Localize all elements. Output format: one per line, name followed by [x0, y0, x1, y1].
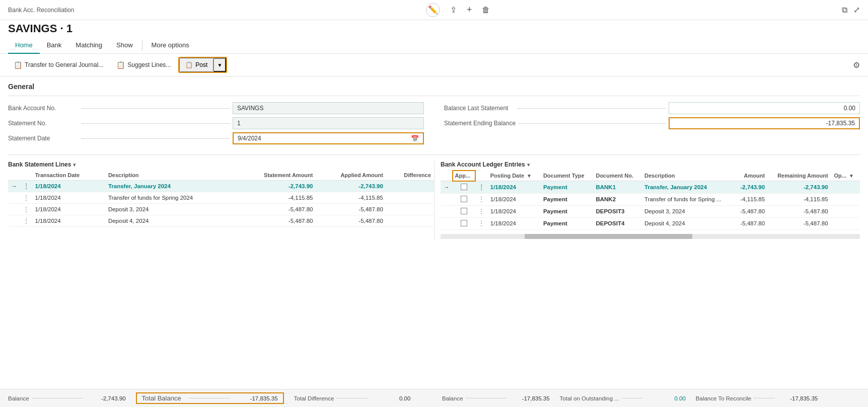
col-posting-date-header[interactable]: Posting Date ▼ [487, 171, 540, 181]
col-desc-le-header[interactable]: Description [641, 171, 734, 181]
col-doc-no-header[interactable]: Document No. [593, 171, 641, 181]
col-statement-amount-header[interactable]: Statement Amount [236, 170, 316, 181]
row-dot-menu[interactable]: ⋮ [20, 192, 32, 204]
tab-home[interactable]: Home [8, 37, 40, 54]
row-dot-menu-le[interactable]: ⋮ [475, 217, 487, 229]
bank-ledger-entries-header: Bank Account Ledger Entries ▾ [441, 161, 860, 168]
delete-icon[interactable]: 🗑 [482, 6, 490, 15]
table-row[interactable]: → ⋮ 1/18/2024 Payment BANK1 Transfer, Ja… [441, 181, 860, 194]
row-checkbox[interactable] [453, 217, 475, 229]
edit-icon[interactable]: ✏️ [426, 3, 440, 17]
post-button[interactable]: 📋 Post [179, 58, 213, 72]
bank-statement-lines-table: Transaction Date Description Statement A… [8, 170, 434, 227]
transfer-journal-button[interactable]: 📋 Transfer to General Journal... [8, 58, 109, 72]
le-remaining-amount: -4,115.85 [768, 193, 831, 205]
bank-statement-lines-section: Bank Statement Lines ▾ Transaction Date … [8, 161, 434, 241]
row-dot-menu[interactable]: ⋮ [20, 215, 32, 227]
balance-last-stmt-value[interactable]: 0.00 [669, 102, 860, 114]
row-dot-menu[interactable]: ⋮ [20, 204, 32, 215]
post-dropdown-button[interactable]: ▼ [213, 58, 226, 72]
general-title: General [8, 83, 860, 91]
checkbox[interactable] [461, 208, 467, 214]
bank-statement-lines-title: Bank Statement Lines [8, 161, 71, 168]
calendar-icon[interactable]: 📅 [411, 135, 419, 142]
col-remaining-amount-header[interactable]: Remaining Amount [768, 171, 831, 181]
statement-ending-balance-label: Statement Ending Balance [444, 120, 516, 127]
col-open-header[interactable]: Op... ▼ [831, 171, 860, 181]
tab-bank[interactable]: Bank [40, 37, 69, 54]
tab-more-options[interactable]: More options [144, 37, 196, 54]
col-menu-header [20, 170, 32, 181]
statement-amount: -5,487.80 [236, 204, 316, 215]
table-row[interactable]: ⋮ 1/18/2024 Payment BANK2 Transfer of fu… [441, 193, 860, 205]
open-new-icon[interactable]: ⧉ [842, 6, 847, 15]
post-label: Post [195, 61, 207, 68]
table-row[interactable]: ⋮ 1/18/2024 Transfer of funds for Spring… [8, 192, 434, 204]
col-applied-header[interactable]: App... [453, 171, 475, 181]
general-right: Balance Last Statement 0.00 Statement En… [444, 102, 860, 147]
settings-icon[interactable]: ⚙ [853, 60, 860, 70]
statement-date-value[interactable]: 9/4/2024 📅 [233, 132, 424, 144]
bank-ledger-entries-col-headers: App... Posting Date ▼ Document Type Docu… [441, 171, 860, 181]
top-bar-right-icons: ⧉ ⤢ [842, 5, 860, 15]
horizontal-scrollbar[interactable] [441, 234, 860, 239]
doc-type: Payment [540, 193, 593, 205]
share-icon[interactable]: ⇪ [450, 5, 457, 15]
tab-show[interactable]: Show [109, 37, 140, 54]
suggest-lines-button[interactable]: 📋 Suggest Lines... [111, 58, 176, 72]
row-checkbox[interactable] [453, 193, 475, 205]
checkbox[interactable] [461, 184, 467, 190]
table-row[interactable]: → ⋮ 1/18/2024 Transfer, January 2024 -2,… [8, 181, 434, 192]
open-filter-icon[interactable]: ▼ [849, 173, 854, 179]
row-dot-menu-le[interactable]: ⋮ [475, 193, 487, 205]
table-row[interactable]: ⋮ 1/18/2024 Payment DEPOSIT3 Deposit 3, … [441, 205, 860, 217]
collapse-icon[interactable]: ⤢ [853, 5, 860, 15]
doc-type: Payment [540, 181, 593, 194]
posting-date-filter-icon[interactable]: ▼ [527, 173, 532, 179]
row-dot-menu-le[interactable]: ⋮ [475, 205, 487, 217]
row-checkbox[interactable] [453, 181, 475, 194]
table-row[interactable]: ⋮ 1/18/2024 Payment DEPOSIT4 Deposit 4, … [441, 217, 860, 229]
bank-statement-lines-chevron[interactable]: ▾ [73, 162, 76, 168]
post-icon: 📋 [185, 61, 193, 68]
checkbox[interactable] [461, 196, 467, 202]
le-amount: -5,487.80 [734, 205, 768, 217]
doc-no: BANK1 [593, 181, 641, 194]
bank-ledger-entries-chevron[interactable]: ▾ [527, 162, 530, 168]
bank-statement-lines-col-headers: Transaction Date Description Statement A… [8, 170, 434, 181]
row-dot-menu[interactable]: ⋮ [20, 181, 32, 192]
row-description: Deposit 3, 2024 [105, 204, 237, 215]
le-open [831, 205, 860, 217]
row-description: Transfer of funds for Spring 2024 [105, 192, 237, 204]
col-transaction-date-header[interactable]: Transaction Date [32, 170, 105, 181]
row-dot-menu-le[interactable]: ⋮ [475, 181, 487, 194]
checkbox[interactable] [461, 220, 467, 226]
row-arrow-le [441, 205, 453, 217]
le-amount: -5,487.80 [734, 217, 768, 229]
page-title: SAVINGS · 1 [0, 20, 868, 35]
row-description: Transfer, January 2024 [105, 181, 237, 192]
col-amount-le-header[interactable]: Amount [734, 171, 768, 181]
doc-no: DEPOSIT3 [593, 205, 641, 217]
tab-divider [142, 40, 142, 50]
table-row[interactable]: ⋮ 1/18/2024 Deposit 3, 2024 -5,487.80 -5… [8, 204, 434, 215]
post-group: 📋 Post ▼ [178, 57, 227, 73]
statement-ending-balance-value[interactable]: -17,835.35 [669, 117, 860, 129]
col-description-header[interactable]: Description [105, 170, 237, 181]
add-icon[interactable]: + [467, 5, 472, 15]
bank-statement-lines-body: → ⋮ 1/18/2024 Transfer, January 2024 -2,… [8, 181, 434, 227]
le-remaining-amount: -5,487.80 [768, 217, 831, 229]
col-difference-header[interactable]: Difference [386, 170, 434, 181]
transfer-icon: 📋 [14, 61, 22, 69]
col-doc-type-header[interactable]: Document Type [540, 171, 593, 181]
general-grid: Bank Account No. SAVINGS Statement No. 1… [8, 102, 860, 147]
row-checkbox[interactable] [453, 205, 475, 217]
row-arrow-le: → [441, 181, 453, 194]
col-applied-amount-header[interactable]: Applied Amount [316, 170, 386, 181]
statement-amount: -2,743.90 [236, 181, 316, 192]
tab-matching[interactable]: Matching [68, 37, 109, 54]
statement-amount: -4,115.85 [236, 192, 316, 204]
table-row[interactable]: ⋮ 1/18/2024 Deposit 4, 2024 -5,487.80 -5… [8, 215, 434, 227]
general-section: General Bank Account No. SAVINGS Stateme… [8, 83, 860, 147]
le-amount: -4,115.85 [734, 193, 768, 205]
